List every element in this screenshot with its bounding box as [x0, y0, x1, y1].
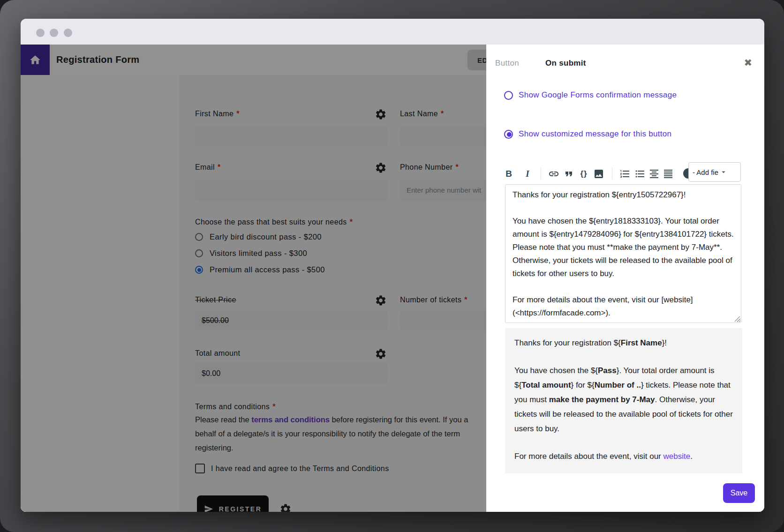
- bold-button[interactable]: B: [502, 167, 515, 180]
- quote-icon: [563, 168, 574, 180]
- message-editor[interactable]: Thanks for your registration ${entry1505…: [505, 184, 741, 323]
- tab-on-submit[interactable]: On submit: [545, 59, 586, 68]
- ordered-list-button[interactable]: [618, 167, 632, 180]
- image-icon: [593, 168, 604, 180]
- option-google-forms-message[interactable]: Show Google Forms confirmation message: [504, 90, 677, 100]
- align-justify-icon: [663, 168, 674, 180]
- on-submit-panel: Button On submit ✖ Show Google Forms con…: [486, 45, 764, 512]
- ordered-list-icon: [619, 168, 631, 180]
- align-center-icon: [648, 168, 660, 180]
- code-button[interactable]: {}: [577, 167, 590, 180]
- add-field-dropdown[interactable]: - Add fie: [688, 162, 741, 182]
- screenshot-frame: Registration Form EDIT First Name* Last …: [0, 0, 784, 532]
- app-viewport: Registration Form EDIT First Name* Last …: [21, 45, 764, 512]
- align-justify-button[interactable]: [662, 167, 675, 180]
- link-button[interactable]: [547, 167, 560, 180]
- preview-paragraph: You have chosen the ${Pass}. Your total …: [514, 363, 733, 436]
- bullet-list-button[interactable]: [633, 167, 647, 180]
- browser-window: Registration Form EDIT First Name* Last …: [21, 19, 764, 512]
- link-icon: [548, 168, 559, 180]
- toolbar-divider: [541, 167, 541, 180]
- bullet-list-icon: [634, 168, 646, 180]
- radio-icon: [504, 91, 513, 100]
- preview-paragraph: Thanks for your registration ${First Nam…: [514, 336, 733, 350]
- radio-selected-icon: [504, 130, 513, 139]
- tab-button[interactable]: Button: [495, 59, 519, 68]
- message-preview: Thanks for your registration ${First Nam…: [505, 328, 742, 473]
- traffic-light-dot: [36, 29, 45, 37]
- image-button[interactable]: [592, 167, 605, 180]
- traffic-light-dot: [64, 29, 72, 37]
- preview-paragraph: For more details about the event, visit …: [514, 449, 733, 464]
- close-icon[interactable]: ✖: [741, 57, 755, 69]
- option-customized-message[interactable]: Show customized message for this button: [504, 129, 671, 139]
- align-center-button[interactable]: [648, 167, 661, 180]
- blockquote-button[interactable]: [562, 167, 575, 180]
- toolbar-divider: [612, 167, 612, 180]
- chevron-down-icon: [719, 168, 728, 176]
- traffic-light-dot: [50, 29, 58, 37]
- save-button[interactable]: Save: [723, 483, 755, 503]
- italic-button[interactable]: I: [521, 167, 534, 180]
- browser-titlebar: [21, 19, 764, 45]
- message-editor-wrap: Thanks for your registration ${entry1505…: [505, 184, 741, 323]
